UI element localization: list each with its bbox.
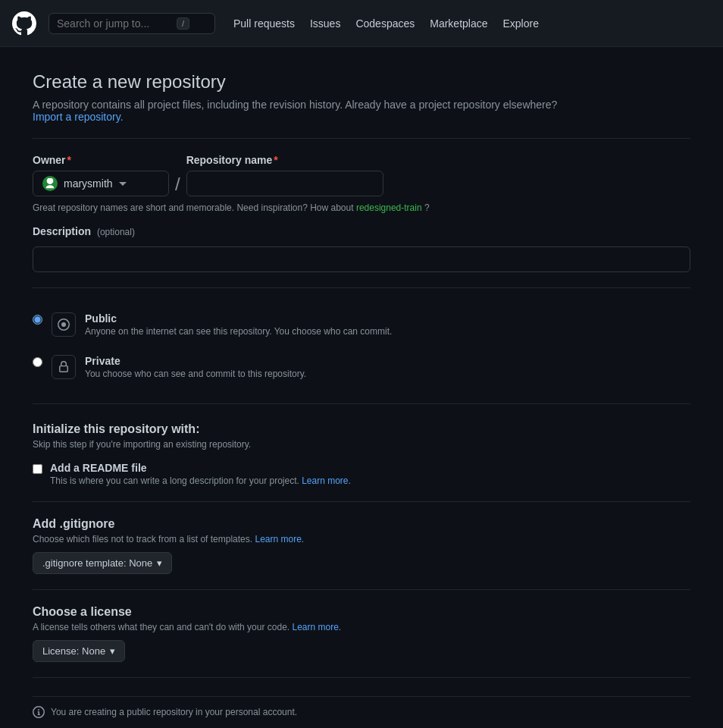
- gitignore-dropdown[interactable]: .gitignore template: None ▾: [33, 552, 172, 574]
- license-chevron-icon: ▾: [110, 645, 115, 657]
- divider-license: [33, 589, 690, 590]
- repo-required: *: [274, 154, 277, 166]
- private-radio[interactable]: [33, 357, 42, 367]
- readme-learn-more[interactable]: Learn more.: [302, 475, 351, 486]
- owner-repo-row: Owner* marysmith / Repository name*: [33, 154, 690, 196]
- nav-explore[interactable]: Explore: [503, 17, 539, 30]
- public-radio[interactable]: [33, 315, 42, 325]
- public-icon: [52, 312, 76, 337]
- divider-top: [33, 138, 690, 139]
- readme-text: Add a README file This is where you can …: [50, 462, 351, 486]
- license-desc: A license tells others what they can and…: [33, 622, 690, 632]
- divider-init: [33, 403, 690, 404]
- suggestion-link[interactable]: redesigned-train: [356, 202, 422, 213]
- owner-chevron-icon: [119, 180, 127, 187]
- private-option[interactable]: Private You choose who can see and commi…: [33, 346, 690, 388]
- divider-visibility: [33, 287, 690, 288]
- license-section: Choose a license A license tells others …: [33, 605, 690, 662]
- search-shortcut: /: [177, 17, 189, 30]
- nav-codespaces[interactable]: Codespaces: [355, 17, 415, 30]
- init-subtitle: Skip this step if you're importing an ex…: [33, 439, 690, 450]
- repo-name-group: Repository name*: [186, 154, 383, 196]
- visibility-section: Public Anyone on the internet can see th…: [33, 303, 690, 388]
- owner-avatar: [42, 176, 58, 191]
- private-text: Private You choose who can see and commi…: [85, 355, 306, 379]
- divider-gitignore: [33, 501, 690, 502]
- nav-links: Pull requests Issues Codespaces Marketpl…: [233, 17, 539, 30]
- private-title: Private: [85, 355, 306, 367]
- search-bar[interactable]: /: [49, 13, 215, 34]
- subtitle-text: A repository contains all project files,…: [33, 99, 557, 111]
- readme-desc: This is where you can write a long descr…: [50, 475, 351, 486]
- description-input[interactable]: [33, 246, 690, 272]
- owner-select[interactable]: marysmith: [33, 171, 169, 196]
- readme-label: Add a README file: [50, 462, 351, 474]
- import-link[interactable]: Import a repository.: [33, 111, 124, 123]
- owner-group: Owner* marysmith: [33, 154, 169, 196]
- owner-required: *: [67, 154, 71, 166]
- public-desc: Anyone on the internet can see this repo…: [85, 326, 392, 337]
- description-group: Description (optional): [33, 225, 690, 272]
- search-input[interactable]: [57, 17, 171, 30]
- slash-separator: /: [175, 174, 180, 196]
- private-icon: [52, 355, 76, 379]
- public-option[interactable]: Public Anyone on the internet can see th…: [33, 303, 690, 346]
- gitignore-learn-more[interactable]: Learn more.: [255, 534, 304, 544]
- page-title: Create a new repository: [33, 71, 690, 93]
- repo-name-input[interactable]: [186, 171, 383, 196]
- nav-pull-requests[interactable]: Pull requests: [233, 17, 295, 30]
- description-label: Description (optional): [33, 225, 690, 237]
- public-text: Public Anyone on the internet can see th…: [85, 312, 392, 337]
- owner-name: marysmith: [64, 177, 113, 190]
- license-title: Choose a license: [33, 605, 690, 619]
- nav-marketplace[interactable]: Marketplace: [430, 17, 487, 30]
- init-title: Initialize this repository with:: [33, 422, 690, 436]
- private-desc: You choose who can see and commit to thi…: [85, 369, 306, 379]
- info-icon: [33, 706, 45, 718]
- divider-notice: [33, 677, 690, 678]
- optional-text: (optional): [97, 227, 135, 237]
- hint-text: Great repository names are short and mem…: [33, 202, 690, 213]
- readme-checkbox[interactable]: [33, 464, 42, 474]
- repo-name-label: Repository name*: [186, 154, 383, 166]
- nav-issues[interactable]: Issues: [310, 17, 340, 30]
- owner-label: Owner*: [33, 154, 169, 166]
- gitignore-section: Add .gitignore Choose which files not to…: [33, 517, 690, 574]
- page-subtitle: A repository contains all project files,…: [33, 99, 690, 123]
- gitignore-desc: Choose which files not to track from a l…: [33, 534, 690, 544]
- public-title: Public: [85, 312, 392, 325]
- notice-bar: You are creating a public repository in …: [33, 696, 690, 727]
- main-content: Create a new repository A repository con…: [20, 47, 703, 728]
- navbar: / Pull requests Issues Codespaces Market…: [0, 0, 723, 47]
- github-logo[interactable]: [12, 11, 36, 36]
- readme-row: Add a README file This is where you can …: [33, 462, 690, 486]
- license-learn-more[interactable]: Learn more.: [293, 622, 342, 632]
- gitignore-title: Add .gitignore: [33, 517, 690, 531]
- gitignore-chevron-icon: ▾: [157, 557, 162, 569]
- notice-text: You are creating a public repository in …: [51, 707, 297, 717]
- license-dropdown[interactable]: License: None ▾: [33, 640, 125, 662]
- init-section: Initialize this repository with: Skip th…: [33, 422, 690, 486]
